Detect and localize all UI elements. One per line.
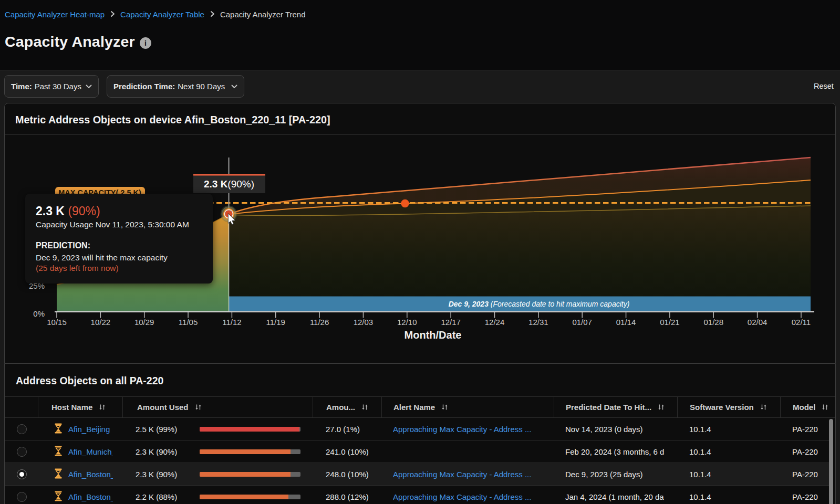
- svg-text:10/15: 10/15: [47, 318, 67, 327]
- svg-text:12/17: 12/17: [441, 318, 461, 327]
- svg-text:12/03: 12/03: [354, 318, 374, 327]
- svg-text:01/07: 01/07: [572, 318, 592, 327]
- svg-text:11/26: 11/26: [310, 318, 329, 327]
- svg-text:10/29: 10/29: [134, 318, 154, 327]
- svg-text:01/14: 01/14: [616, 318, 636, 327]
- svg-text:01/28: 01/28: [703, 318, 723, 327]
- svg-text:02/11: 02/11: [792, 318, 811, 327]
- svg-text:10/22: 10/22: [91, 318, 111, 327]
- svg-text:2.3 K(90%): 2.3 K(90%): [204, 178, 254, 190]
- svg-text:12/10: 12/10: [397, 318, 417, 327]
- svg-text:0%: 0%: [33, 309, 45, 318]
- svg-text:12/24: 12/24: [485, 318, 505, 327]
- svg-text:11/05: 11/05: [179, 318, 198, 327]
- svg-text:11/12: 11/12: [222, 318, 241, 327]
- svg-text:12/31: 12/31: [528, 318, 548, 327]
- svg-text:Dec 9, 2023 (Forecasted date t: Dec 9, 2023 (Forecasted date to hit maxi…: [449, 300, 630, 308]
- svg-text:11/19: 11/19: [266, 318, 285, 327]
- svg-text:Month/Date: Month/Date: [405, 329, 462, 341]
- svg-text:02/04: 02/04: [748, 318, 768, 327]
- svg-text:01/21: 01/21: [660, 318, 680, 327]
